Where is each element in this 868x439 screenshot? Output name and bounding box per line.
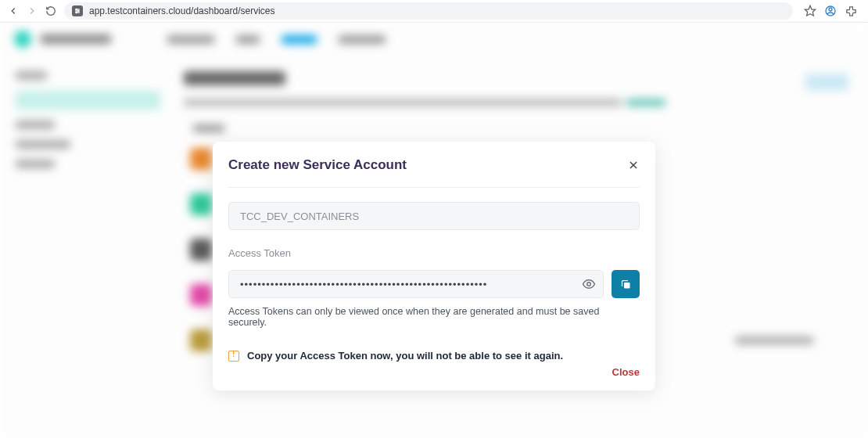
reload-button[interactable]	[44, 4, 58, 18]
forward-button[interactable]	[25, 4, 39, 18]
site-settings-icon[interactable]	[72, 5, 83, 16]
svg-point-11	[587, 282, 591, 286]
svg-marker-6	[805, 5, 815, 16]
create-service-account-modal: Create new Service Account Access Token …	[213, 142, 655, 390]
extensions-icon[interactable]	[845, 5, 857, 17]
access-token-input[interactable]	[228, 270, 604, 298]
url-text: app.testcontainers.cloud/dashboard/servi…	[89, 5, 274, 16]
warning-text: Copy your Access Token now, you will not…	[247, 350, 563, 362]
close-icon[interactable]	[627, 159, 640, 171]
profile-icon[interactable]	[824, 5, 837, 17]
access-token-label: Access Token	[228, 247, 640, 259]
close-button[interactable]: Close	[612, 366, 640, 378]
svg-point-8	[829, 8, 832, 11]
svg-point-4	[78, 10, 79, 11]
svg-point-3	[76, 9, 77, 9]
service-account-name-input[interactable]	[228, 202, 640, 230]
modal-title: Create new Service Account	[228, 157, 407, 173]
bookmark-star-icon[interactable]	[804, 5, 816, 17]
svg-rect-12	[624, 282, 630, 289]
svg-point-5	[76, 12, 77, 13]
back-button[interactable]	[6, 4, 20, 18]
warning-icon	[228, 351, 239, 362]
browser-toolbar: app.testcontainers.cloud/dashboard/servi…	[0, 0, 868, 23]
address-bar[interactable]: app.testcontainers.cloud/dashboard/servi…	[64, 2, 793, 20]
token-help-text: Access Tokens can only be viewed once wh…	[228, 306, 640, 328]
reveal-token-icon[interactable]	[582, 277, 596, 291]
copy-token-button[interactable]	[612, 270, 640, 298]
